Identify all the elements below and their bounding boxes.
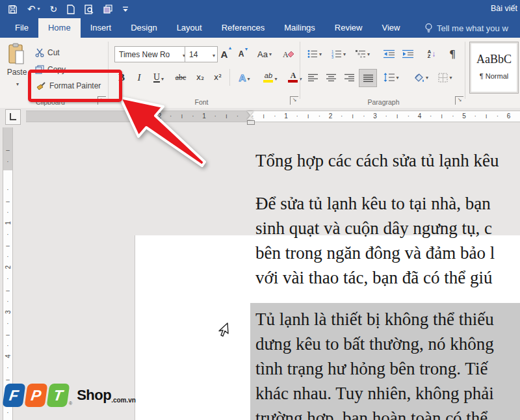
ruler-tick: ı	[352, 111, 354, 122]
ruler-tick: –	[3, 331, 12, 338]
tab-selector[interactable]	[5, 109, 21, 125]
paragraph-dialog-launcher[interactable]: ↘	[455, 96, 463, 105]
line-spacing-button[interactable]	[381, 69, 402, 86]
ruler-tick: ·	[341, 111, 343, 122]
show-hide-marks-button[interactable]: ¶	[445, 46, 460, 62]
decrease-indent-icon	[384, 49, 395, 59]
tab-file[interactable]: File	[5, 18, 38, 38]
sort-button[interactable]: AZ ↓	[422, 46, 441, 62]
strikethrough-button[interactable]: abc	[172, 69, 190, 86]
change-case-button[interactable]: Aa	[255, 46, 274, 62]
vertical-ruler[interactable]: –··–·1·–·2·–·3·–·4·–·5·	[3, 127, 13, 420]
document-text: Tổng hợp các cách sửa tủ lạnh kêu Để sửa…	[250, 148, 520, 420]
ruler-tick: ·	[408, 111, 410, 122]
underline-button[interactable]: U	[149, 69, 168, 86]
multilevel-list-button[interactable]	[352, 46, 373, 62]
font-color-button[interactable]: A	[285, 69, 306, 86]
word-window: ↶ ↻ Bài viết FileHomeInsertDesignLayoutR…	[0, 0, 520, 420]
ruler-tick: ·	[296, 111, 298, 122]
tab-references[interactable]: References	[212, 18, 274, 38]
font-color-red-bar	[288, 80, 298, 83]
grow-font-button[interactable]: A▲	[217, 46, 231, 62]
justify-button[interactable]	[359, 69, 377, 87]
align-left-icon	[308, 73, 318, 82]
red-annotation-arrow	[91, 90, 221, 174]
left-indent-marker[interactable]	[247, 120, 255, 125]
first-line-indent-marker[interactable]	[247, 111, 254, 115]
save-icon[interactable]	[8, 5, 18, 14]
ruler-tick: ·	[363, 111, 365, 122]
ruler-tick: ·	[3, 253, 12, 260]
tab-home[interactable]: Home	[38, 18, 81, 38]
text-effects-button[interactable]: A	[234, 69, 255, 86]
redo-icon[interactable]: ↻	[50, 5, 58, 13]
ruler-tick: ·	[385, 111, 387, 122]
ruler-tick: ·	[474, 111, 476, 122]
paste-dropdown[interactable]	[15, 77, 19, 88]
ruler-tick: ·	[430, 111, 432, 122]
tab-insert[interactable]: Insert	[81, 18, 122, 38]
tell-me-box[interactable]: Tell me what you w	[424, 18, 508, 38]
tab-mailings[interactable]: Mailings	[274, 18, 325, 38]
new-document-icon[interactable]	[67, 5, 75, 14]
subscript-button[interactable]: x₂	[192, 69, 208, 86]
svg-text:3: 3	[332, 55, 333, 59]
font-dialog-launcher[interactable]: ↘	[290, 96, 298, 105]
hanging-indent-marker[interactable]	[247, 116, 254, 120]
style-normal-tile[interactable]: AaBbC ¶ Normal	[469, 42, 519, 94]
clear-formatting-button[interactable]: A	[281, 46, 296, 62]
fpt-shop-text: Shop	[77, 387, 111, 404]
selected-line: trường hợp, bạn hoàn toàn có thể	[250, 406, 520, 420]
format-painter-highlight-box	[28, 70, 122, 102]
ruler-tick: ·	[452, 111, 454, 122]
superscript-button[interactable]: x²	[210, 69, 226, 86]
ruler-tick: ı	[307, 111, 309, 122]
ruler-tick: ·	[3, 342, 12, 349]
line-spacing-icon	[384, 73, 395, 82]
ruler-tick: 6	[507, 111, 511, 122]
undo-icon[interactable]: ↶	[27, 5, 40, 13]
borders-button[interactable]	[434, 69, 456, 86]
increase-indent-button[interactable]	[399, 46, 416, 62]
ruler-tick: ·	[3, 364, 12, 371]
italic-button[interactable]: I	[132, 69, 146, 86]
ruler-tick: 2	[5, 263, 12, 272]
fpt-shop-logo: F P T ® Shop .com.vn	[4, 384, 136, 407]
document-heading: Tổng hợp các cách sửa tủ lạnh kêu	[250, 148, 520, 173]
paste-label: Paste	[7, 68, 27, 77]
copy-icon[interactable]	[103, 5, 112, 14]
ruler-tick: –	[3, 197, 12, 204]
cut-button[interactable]: Cut	[35, 46, 60, 60]
borders-grid-icon	[438, 73, 448, 83]
font-name-combobox[interactable]: Times New Ro	[114, 46, 188, 62]
ruler-tick: 1	[284, 111, 288, 122]
ruler-tick: 1	[5, 218, 12, 228]
tab-layout[interactable]: Layout	[167, 18, 212, 38]
font-size-combobox[interactable]: 14	[185, 46, 218, 62]
mouse-cursor	[216, 322, 231, 339]
align-right-button[interactable]	[341, 69, 358, 86]
ruler-tick: 3	[5, 308, 12, 317]
highlight-color-button[interactable]: ab	[259, 69, 282, 86]
ruler-tick: –	[3, 375, 12, 382]
customize-quick-access-icon[interactable]	[122, 6, 129, 12]
cut-label: Cut	[47, 48, 60, 57]
tab-view[interactable]: View	[372, 18, 410, 38]
paste-clipboard-icon	[8, 43, 26, 65]
selected-line: Tủ lạnh là thiết bị không thể thiếu	[250, 307, 520, 332]
shading-button[interactable]	[410, 69, 432, 86]
align-center-button[interactable]	[322, 69, 339, 86]
print-preview-icon[interactable]	[84, 5, 94, 14]
tab-review[interactable]: Review	[325, 18, 372, 38]
numbering-button[interactable]: 123	[328, 46, 349, 62]
align-left-button[interactable]	[304, 69, 321, 86]
decrease-indent-button[interactable]	[380, 46, 397, 62]
document-line: Để sửa tủ lạnh kêu to tại nhà, bạn	[250, 191, 520, 216]
paste-button[interactable]: Paste	[3, 43, 31, 101]
ruler-tick: ·	[237, 111, 239, 122]
bullets-button[interactable]	[304, 46, 325, 62]
ruler-tick: ·	[318, 111, 320, 122]
tab-design[interactable]: Design	[121, 18, 166, 38]
shrink-font-button[interactable]: A▼	[234, 46, 248, 62]
eraser-icon: A	[283, 49, 294, 59]
